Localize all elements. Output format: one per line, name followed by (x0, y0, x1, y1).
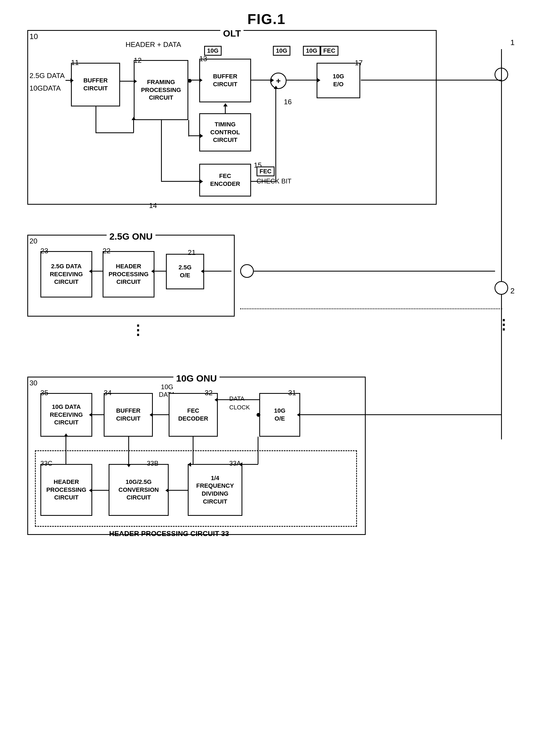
v-arrow-feedback-up (133, 120, 134, 133)
arrow-framing-buf13 (188, 80, 199, 81)
ref-35: 35 (40, 389, 48, 397)
v-line-33c-datarx (66, 437, 66, 464)
data-label: DATA (229, 395, 244, 402)
ref-22: 22 (103, 247, 111, 255)
data-rx-10g: 10G DATA RECEIVING CIRCUIT (40, 393, 92, 437)
eo-block-17: 10G E/O (317, 63, 360, 98)
oe-10g: 10G O/E (259, 393, 300, 437)
v-line-framing-fec (161, 120, 162, 181)
arrow-buf13-sum (251, 80, 271, 81)
freq-div-33a: 1/4 FREQUENCY DIVIDING CIRCUIT (188, 464, 242, 516)
ref-17: 17 (355, 59, 363, 67)
buffer-circuit-34: BUFFER CIRCUIT (104, 393, 153, 437)
10g-label-1: 10G (204, 46, 222, 56)
buffer-circuit-11: BUFFER CIRCUIT (71, 63, 120, 106)
conn-25g-line (240, 264, 254, 278)
v-line-buf34-33b (128, 437, 129, 464)
data-rx-25g: 2.5G DATA RECEIVING CIRCUIT (40, 251, 92, 297)
onu10-label: 10G ONU (173, 373, 220, 384)
h-line-to-fec (161, 181, 200, 182)
v-line-fec-33a (193, 437, 194, 464)
conversion-33b: 10G/2.5G CONVERSION CIRCUIT (109, 464, 169, 516)
ellipsis-spine: ⋮ (497, 317, 510, 333)
v-line-buf11-feedback (95, 106, 96, 132)
ref-33b: 33B (147, 460, 159, 467)
fec-label-box: FEC (256, 167, 275, 176)
ellipsis-middle: ⋮ (131, 322, 145, 338)
spine-splitter (494, 281, 508, 295)
v-line-framing-timing (188, 120, 189, 136)
clock-label: CLOCK (229, 404, 250, 411)
v-spine-main (501, 49, 502, 439)
arrow-33b-33c (92, 490, 109, 491)
buffer-circuit-13: BUFFER CIRCUIT (199, 59, 251, 102)
h-line-feedback (95, 132, 134, 133)
fec-encoder-14: FEC ENCODER (199, 164, 251, 197)
ref-31: 31 (288, 389, 296, 397)
input-25g: 2.5G DATA (30, 71, 65, 80)
arrow-oe-header (154, 271, 167, 272)
10g-fec-label: 10GFEC (303, 46, 338, 56)
onu25-label: 2.5G ONU (107, 231, 156, 242)
arrow-oe-fec-data (218, 399, 260, 400)
fec-decoder-32: FEC DECODER (169, 393, 218, 437)
input-10g: 10GDATA (30, 84, 61, 93)
arrow-buf34-datarx (92, 414, 104, 415)
oe-25g: 2.5G O/E (166, 254, 204, 289)
page: FIG.1 10 OLT HEADER + DATA 2.5G DATA 10G… (0, 0, 533, 756)
fig-title: FIG.1 (0, 0, 533, 33)
arrow-header-datarx (92, 271, 103, 272)
ref-34: 34 (104, 389, 112, 397)
header-data-label: HEADER + DATA (125, 40, 181, 49)
arrow-spine-oe10 (300, 414, 333, 415)
header-proc-box-label: HEADER PROCESSING CIRCUIT 33 (109, 529, 229, 538)
h-line-to-timing (188, 135, 200, 136)
olt-label: OLT (220, 28, 243, 39)
ref-33c: 33C (40, 460, 52, 467)
dot-oe10-out (256, 413, 260, 417)
h-line-oe10-spine (333, 414, 502, 415)
h-line-25g-splitter (254, 271, 495, 272)
framing-circuit-12: FRAMING PROCESSING CIRCUIT (134, 60, 188, 120)
arrow-spine-oe25 (204, 271, 231, 272)
ref-2: 2 (510, 286, 515, 295)
arrow-input-buf11 (66, 80, 70, 81)
ref-16: 16 (284, 98, 292, 106)
h-fec-33a (191, 464, 193, 465)
ref-32: 32 (205, 389, 213, 397)
ref-13: 13 (199, 55, 207, 63)
v-clock-line (258, 437, 258, 464)
ref-11: 11 (71, 58, 79, 67)
arrow-33a-33b (169, 490, 188, 491)
header-proc-25g: HEADER PROCESSING CIRCUIT (103, 251, 154, 297)
arrow-buf11-framing (120, 81, 134, 82)
h-clock-line (242, 464, 258, 465)
v-line-fec-sum (275, 89, 276, 181)
arrow-sum-eo (286, 80, 317, 81)
v-arrow-timing-buf13 (225, 106, 226, 114)
h-line-eo-spine (361, 80, 424, 81)
ref-21: 21 (188, 248, 196, 257)
arrow-fec-buf34 (153, 414, 169, 415)
h-olt-to-spine (424, 80, 501, 81)
h-line-fec-out (251, 181, 276, 182)
dotted-line-1 (240, 309, 502, 309)
timing-circuit-15: TIMING CONTROL CIRCUIT (199, 113, 251, 151)
ref-14: 14 (149, 202, 157, 210)
ref-12: 12 (134, 56, 142, 65)
ref-1: 1 (510, 38, 515, 47)
ref-23: 23 (40, 247, 48, 255)
10g-label-2: 10G (273, 46, 290, 56)
header-proc-33c: HEADER PROCESSING CIRCUIT (40, 464, 92, 516)
